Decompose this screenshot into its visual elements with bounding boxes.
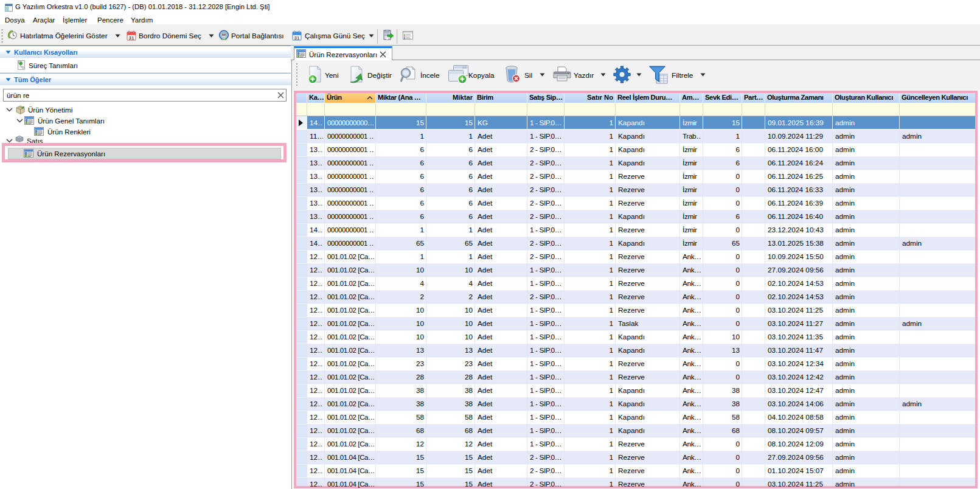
- svg-text:31: 31: [129, 35, 134, 41]
- svg-text:31: 31: [294, 35, 300, 41]
